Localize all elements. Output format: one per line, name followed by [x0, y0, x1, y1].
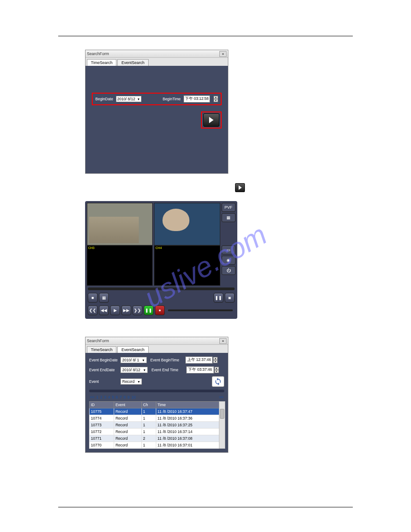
tab-eventsearch[interactable]: EventSearch: [117, 346, 149, 353]
ev-endtime-label: Event End Time: [151, 368, 186, 372]
close-icon[interactable]: ×: [219, 338, 227, 344]
slider-track[interactable]: [168, 309, 233, 311]
pvf-button[interactable]: PVF: [222, 203, 235, 212]
pager-8[interactable]: 8: [124, 395, 126, 399]
pager-7[interactable]: 7: [120, 395, 122, 399]
play-icon: [239, 185, 242, 190]
ch3-label: CH3: [88, 246, 94, 249]
monitor-icon[interactable]: ▭: [222, 245, 235, 254]
ev-begintime-input[interactable]: 上午 12:37:46: [185, 356, 213, 364]
refresh-icon: [214, 378, 222, 386]
timeline-groove[interactable]: [88, 287, 235, 290]
pager-1[interactable]: 1: [96, 395, 98, 399]
begindate-input[interactable]: 2010/ 8/12▼: [116, 96, 141, 102]
tab-timesearch[interactable]: TimeSearch: [87, 59, 116, 66]
table-row[interactable]: 10771Record211 /8 /2010 16:37:08: [90, 435, 224, 442]
table-row[interactable]: 10774Record111 /8 /2010 16:37:36: [90, 415, 224, 422]
searchform-titlebar[interactable]: SearchForm ×: [86, 50, 228, 58]
col-time[interactable]: Time: [156, 402, 224, 408]
side-controls-2: ▭ ◉ ⏻: [222, 245, 235, 286]
event-type-select[interactable]: Record▼: [120, 378, 142, 385]
pager-10[interactable]: 10: [132, 395, 136, 399]
player-window: PVF ▦ CH3 CH4 ▭ ◉ ⏻ ■ ▦ ❚❚ ◙ ❮❮ ◀◀ ▶ ▶▶: [85, 201, 237, 319]
record-red-button[interactable]: ●: [155, 305, 165, 315]
eventsearch-body: Event BeginDate 2010/ 8/ 1▼ Event BeginT…: [86, 353, 228, 452]
rewind-button[interactable]: ◀◀: [99, 305, 109, 315]
playback-controls-row2: ❮❮ ◀◀ ▶ ▶▶ ❯❯ ❚❚ ●: [87, 305, 235, 317]
chevron-down-icon[interactable]: ▼: [143, 369, 146, 372]
close-icon[interactable]: ×: [219, 51, 227, 57]
col-id[interactable]: ID: [90, 402, 114, 408]
begindate-label: BeginDate: [95, 97, 113, 101]
pager-4[interactable]: 4: [108, 395, 110, 399]
pager-first[interactable]: <<: [90, 395, 94, 399]
table-row[interactable]: 10770Record111 /8 /2010 16:37:01: [90, 442, 224, 449]
skip-back-button[interactable]: ❮❮: [88, 305, 98, 315]
col-event[interactable]: Event: [114, 402, 141, 408]
grid-button[interactable]: ▦: [99, 293, 109, 303]
searchform-window: SearchForm × TimeSearch EventSearch Begi…: [85, 50, 228, 174]
bottom-rule: [58, 507, 353, 507]
eventsearch-tabstrip: TimeSearch EventSearch: [86, 345, 228, 353]
searchform-title: SearchForm: [87, 51, 109, 56]
table-row[interactable]: 10775Record111 /8 /2010 16:37:47: [90, 408, 224, 415]
channel-3[interactable]: CH3: [87, 245, 153, 286]
camera-icon[interactable]: ◉: [222, 256, 235, 265]
eventsearch-titlebar[interactable]: SearchForm ×: [86, 337, 228, 345]
snapshot-button[interactable]: ◙: [225, 293, 235, 303]
scrollbar-thumb[interactable]: [220, 409, 224, 419]
ev-begintime-spinner[interactable]: ▲▼: [213, 357, 218, 363]
tab-timesearch[interactable]: TimeSearch: [87, 346, 116, 353]
col-ch[interactable]: Ch: [141, 402, 156, 408]
pager-last[interactable]: >>: [219, 395, 223, 399]
pager: << 1 2 3 4 5 6 7 8 9 10 >>: [89, 395, 224, 399]
skip-fwd-button[interactable]: ❯❯: [133, 305, 142, 315]
pager-2[interactable]: 2: [100, 395, 103, 399]
ev-begindate-input[interactable]: 2010/ 8/ 1▼: [120, 357, 147, 363]
begintime-label: BeginTime: [163, 97, 180, 101]
ev-begintime-label: Event BeginTime: [150, 358, 185, 362]
power-icon[interactable]: ⏻: [222, 266, 235, 275]
pager-9[interactable]: 9: [128, 395, 130, 399]
pager-5[interactable]: 5: [112, 395, 114, 399]
tab-eventsearch[interactable]: EventSearch: [117, 59, 149, 66]
fastfwd-button[interactable]: ▶▶: [121, 305, 131, 315]
searchform-tabstrip: TimeSearch EventSearch: [86, 58, 228, 66]
ev-enddate-label: Event EndDate: [89, 368, 120, 372]
eventsearch-window: SearchForm × TimeSearch EventSearch Even…: [85, 337, 228, 453]
side-controls: PVF ▦: [222, 203, 235, 245]
begintime-input[interactable]: 下午 03:12:58: [184, 95, 210, 103]
ev-endtime-input[interactable]: 下午 03:37:46: [186, 366, 214, 373]
scrollbar[interactable]: [219, 401, 225, 449]
chevron-down-icon[interactable]: ▼: [137, 380, 140, 383]
chevron-down-icon[interactable]: ▼: [142, 359, 145, 362]
event-type-label: Event: [89, 379, 120, 384]
channel-4[interactable]: CH4: [154, 245, 220, 286]
play-button[interactable]: [203, 113, 219, 127]
ch4-label: CH4: [155, 246, 162, 249]
ev-enddate-input[interactable]: 2010/ 8/12▼: [120, 367, 148, 373]
searchform-body: BeginDate 2010/ 8/12▼ BeginTime 下午 03:12…: [86, 66, 228, 173]
pager-6[interactable]: 6: [116, 395, 118, 399]
layout-button[interactable]: ▦: [222, 213, 235, 222]
search-button[interactable]: [212, 376, 224, 387]
eventsearch-title: SearchForm: [87, 339, 109, 343]
record-green-button[interactable]: ❚❚: [144, 305, 154, 315]
ev-endtime-spinner[interactable]: ▲▼: [214, 367, 219, 373]
table-row[interactable]: 10773Record111 /8 /2010 16:37:25: [90, 422, 224, 429]
play-icon: [209, 117, 214, 123]
stop-button[interactable]: ■: [88, 293, 98, 303]
time-spinner[interactable]: ▲▼: [214, 96, 218, 102]
pager-3[interactable]: 3: [104, 395, 106, 399]
video-row-top: PVF ▦: [87, 203, 235, 245]
top-rule: [58, 36, 353, 36]
ev-begindate-label: Event BeginDate: [89, 358, 120, 362]
channel-2[interactable]: [154, 203, 220, 245]
chevron-down-icon[interactable]: ▼: [137, 98, 140, 101]
inline-play-button[interactable]: [235, 183, 245, 192]
event-table: ID Event Ch Time 10775Record111 /8 /2010…: [89, 401, 224, 449]
channel-1[interactable]: [87, 203, 153, 245]
pause-button[interactable]: ❚❚: [214, 293, 223, 303]
table-row[interactable]: 10772Record111 /8 /2010 16:37:14: [90, 429, 224, 435]
play-control-button[interactable]: ▶: [110, 305, 120, 315]
